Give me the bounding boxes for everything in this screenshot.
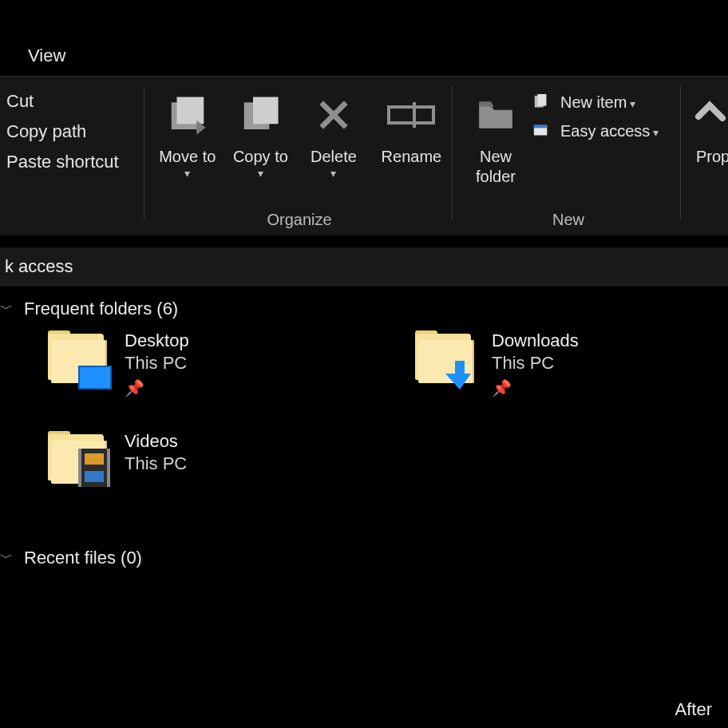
ribbon-separator xyxy=(452,86,453,220)
easy-access-icon xyxy=(530,121,552,140)
footer-hint: After xyxy=(675,699,712,720)
svg-rect-1 xyxy=(176,97,204,125)
folder-name: Desktop xyxy=(125,330,189,351)
folder-location: This PC xyxy=(125,353,189,374)
copy-to-button[interactable]: Copy to xyxy=(225,91,297,181)
ribbon-group-label xyxy=(685,229,728,235)
chevron-down-icon: ﹀ xyxy=(0,550,14,567)
folder-item-downloads[interactable]: Downloads This PC 📌 xyxy=(413,330,728,398)
copy-path-button[interactable]: Copy path xyxy=(6,121,119,142)
pin-icon: 📌 xyxy=(492,378,579,398)
ribbon-tabs: View xyxy=(0,44,728,76)
svg-rect-6 xyxy=(389,107,433,123)
ribbon-separator xyxy=(144,86,144,220)
rename-button[interactable]: Rename xyxy=(371,91,452,167)
ribbon-group-label: Organize xyxy=(147,211,452,235)
folder-name: Videos xyxy=(125,431,187,452)
svg-rect-11 xyxy=(534,125,548,129)
recent-files-header[interactable]: ﹀ Recent files (0) xyxy=(0,544,728,580)
address-text: k access xyxy=(5,256,73,277)
ribbon-group-label: New xyxy=(457,211,680,235)
properties-button[interactable]: Prop xyxy=(685,91,728,167)
paste-shortcut-button[interactable]: Paste shortcut xyxy=(6,152,119,172)
properties-icon xyxy=(689,91,728,139)
folder-icon xyxy=(46,330,110,388)
folder-icon xyxy=(46,431,110,489)
ribbon-group-organize: Move to Copy to Delete Rename O xyxy=(147,77,452,235)
tab-view[interactable]: View xyxy=(28,46,65,66)
folder-location: This PC xyxy=(492,353,579,374)
content-pane: ﹀ Frequent folders (6) Desktop This PC 📌 xyxy=(0,295,728,728)
ribbon-group-clipboard: Cut Copy path Paste shortcut xyxy=(0,77,144,235)
ribbon-group-new: New folder New item Easy access New xyxy=(457,77,680,235)
folder-icon xyxy=(413,330,477,388)
new-item-button[interactable]: New item xyxy=(530,93,659,112)
folder-item-videos[interactable]: Videos This PC xyxy=(46,431,413,489)
frequent-folders-header[interactable]: ﹀ Frequent folders (6) xyxy=(0,295,728,330)
video-overlay-icon xyxy=(78,449,110,487)
ribbon: Cut Copy path Paste shortcut Move to Cop… xyxy=(0,76,728,235)
ribbon-separator xyxy=(680,86,681,220)
move-to-button[interactable]: Move to xyxy=(152,91,224,181)
easy-access-button[interactable]: Easy access xyxy=(530,121,659,140)
new-folder-icon xyxy=(472,91,520,139)
folder-name: Downloads xyxy=(492,330,579,351)
ribbon-group-open: Prop xyxy=(685,77,728,235)
folder-item-desktop[interactable]: Desktop This PC 📌 xyxy=(46,330,413,398)
section-title: Recent files (0) xyxy=(24,548,142,568)
delete-icon xyxy=(310,91,358,139)
folder-location: This PC xyxy=(125,453,187,474)
download-overlay-icon xyxy=(445,359,474,391)
chevron-down-icon: ﹀ xyxy=(0,301,14,318)
frequent-folders-grid: Desktop This PC 📌 Downloads This PC 📌 xyxy=(0,330,728,489)
delete-button[interactable]: Delete xyxy=(298,91,370,181)
copy-to-icon xyxy=(236,91,284,139)
cut-button[interactable]: Cut xyxy=(6,91,119,112)
desktop-overlay-icon xyxy=(78,366,112,390)
svg-rect-9 xyxy=(537,94,546,106)
ribbon-group-label xyxy=(0,229,144,235)
svg-rect-3 xyxy=(253,97,279,125)
section-title: Frequent folders (6) xyxy=(24,299,178,319)
rename-icon xyxy=(387,91,435,139)
address-bar[interactable]: k access xyxy=(0,247,728,286)
pin-icon: 📌 xyxy=(125,378,189,398)
new-item-icon xyxy=(530,93,552,112)
new-folder-button[interactable]: New folder xyxy=(461,91,530,187)
move-to-icon xyxy=(164,91,212,139)
